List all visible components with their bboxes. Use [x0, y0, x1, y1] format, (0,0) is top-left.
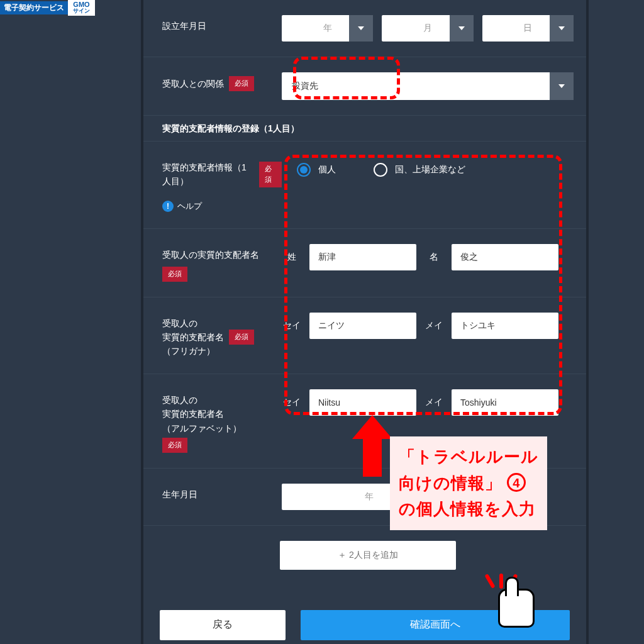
select-day[interactable]: 日: [482, 15, 574, 42]
select-year[interactable]: 年: [282, 15, 373, 42]
badge-service-text: 電子契約サービス: [0, 1, 68, 14]
sei-alpha-label: セイ: [282, 397, 302, 408]
radio-corporate[interactable]: 国、上場企業など: [374, 163, 465, 177]
row-name-kanji: 受取人の実質的支配者名 必須 姓 新津 名 俊之: [143, 229, 586, 297]
form-panel: 設立年月日 年 月 日 受取人との関係 必須: [141, 0, 589, 644]
sei-input[interactable]: 新津: [309, 244, 416, 270]
sei-kana-input[interactable]: ニイツ: [309, 313, 416, 339]
badge-logo: GMO サイン: [68, 0, 95, 16]
label-birthdate: 生年月日: [162, 484, 282, 501]
mei-kana-label: メイ: [424, 320, 444, 331]
radio-dot-empty-icon: [374, 163, 387, 177]
type-radio-group: 個人 国、上場企業など: [282, 157, 574, 183]
required-badge: 必須: [229, 330, 254, 345]
mei-input[interactable]: 俊之: [452, 244, 558, 270]
mei-label: 名: [424, 252, 444, 263]
service-badge: 電子契約サービス GMO サイン: [0, 0, 95, 16]
back-button[interactable]: 戻る: [160, 610, 286, 640]
annotation-arrow-icon: [352, 415, 392, 477]
annotation-hand-cursor-icon: [498, 589, 535, 628]
required-badge: 必須: [162, 438, 187, 453]
radio-dot-filled-icon: [297, 163, 311, 177]
row-relationship: 受取人との関係 必須 投資先: [143, 57, 586, 116]
chevron-down-icon: [550, 15, 574, 42]
label-name-alpha: 受取人の 実質的支配者名 （アルファベット） 必須: [162, 389, 282, 453]
sei-label: 姓: [282, 252, 302, 263]
label-type: 実質的支配者情報（1人目） 必須 ! ヘルプ: [162, 157, 282, 213]
mei-alpha-input[interactable]: Toshiyuki: [452, 389, 558, 416]
chevron-down-icon: [349, 15, 373, 42]
section-header-ubo: 実質的支配者情報の登録（1人目）: [143, 116, 586, 142]
label-relationship: 受取人との関係 必須: [162, 72, 282, 91]
annotation-step-number: 4: [507, 473, 526, 492]
establishment-date-selects: 年 月 日: [282, 15, 574, 42]
required-badge: 必須: [162, 267, 187, 282]
annotation-hint-box: 「トラベルルール 向けの情報」 4 の個人情報を入力: [390, 436, 547, 530]
relationship-dropdown[interactable]: 投資先: [282, 72, 574, 100]
chevron-down-icon: [550, 72, 574, 100]
help-link[interactable]: ! ヘルプ: [162, 200, 202, 213]
chevron-down-icon: [450, 15, 474, 42]
radio-individual[interactable]: 個人: [297, 163, 336, 177]
select-month[interactable]: 月: [382, 15, 473, 42]
sei-kana-label: セイ: [282, 320, 302, 331]
sei-alpha-input[interactable]: Niitsu: [309, 389, 416, 416]
label-name-kana: 受取人の 実質的支配者名 （フリガナ） 必須: [162, 313, 282, 358]
info-icon: !: [162, 201, 174, 212]
required-badge: 必須: [229, 76, 254, 91]
required-badge: 必須: [259, 162, 282, 187]
row-name-kana: 受取人の 実質的支配者名 （フリガナ） 必須 セイ ニイツ メイ トシユキ: [143, 297, 586, 374]
row-establishment-date: 設立年月日 年 月 日: [143, 0, 586, 57]
mei-kana-input[interactable]: トシユキ: [452, 313, 558, 339]
row-type: 実質的支配者情報（1人目） 必須 ! ヘルプ 個人 国、上場企業など: [143, 142, 586, 229]
label-name-kanji: 受取人の実質的支配者名 必須: [162, 244, 282, 282]
mei-alpha-label: メイ: [424, 397, 444, 408]
add-second-button[interactable]: ＋ 2人目を追加: [280, 541, 456, 570]
label-establishment-date: 設立年月日: [162, 15, 282, 33]
